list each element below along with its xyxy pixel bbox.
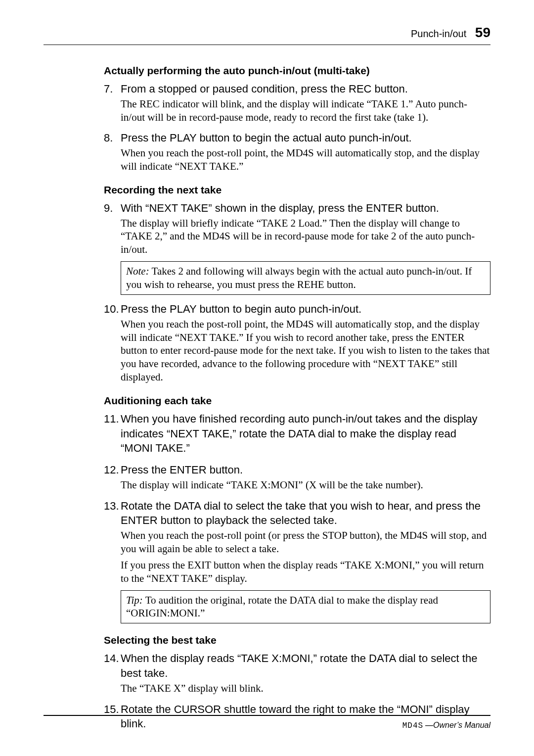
step-8: 8.Press the PLAY button to begin the act…	[104, 131, 490, 173]
tip-box: Tip: To audition the original, rotate th…	[121, 590, 490, 624]
step-head: 8.Press the PLAY button to begin the act…	[121, 131, 490, 145]
step-title: With “NEXT TAKE” shown in the display, p…	[121, 202, 439, 214]
step-head: 7.From a stopped or paused condition, pr…	[121, 82, 490, 96]
step-title: From a stopped or paused condition, pres…	[121, 83, 408, 95]
step-number: 11.	[104, 412, 121, 426]
step-number: 7.	[104, 82, 121, 96]
step-list: 11.When you have finished recording auto…	[104, 412, 490, 623]
step-list: 9.With “NEXT TAKE” shown in the display,…	[104, 201, 490, 384]
step-body-text: The REC indicator will blink, and the di…	[121, 97, 490, 124]
running-header: Punch-in/out 59	[44, 25, 490, 45]
step-12: 12.Press the ENTER button. The display w…	[104, 463, 490, 492]
step-head: 11.When you have finished recording auto…	[121, 412, 490, 456]
step-number: 12.	[104, 463, 121, 477]
step-body-text: If you press the EXIT button when the di…	[121, 559, 490, 585]
step-title: When you have finished recording auto pu…	[121, 413, 478, 454]
step-body: The “TAKE X” display will blink.	[121, 682, 490, 695]
tip-text: To audition the original, rotate the DAT…	[126, 594, 438, 619]
note-box: Note: Takes 2 and following will always …	[121, 261, 490, 295]
step-title: Press the ENTER button.	[121, 464, 243, 476]
tip-label: Tip:	[126, 594, 143, 606]
note-label: Note:	[126, 265, 149, 277]
page-footer: MD4S—Owner’s Manual	[44, 715, 490, 730]
step-body-text: When you reach the post-roll point, the …	[121, 318, 490, 384]
step-body: When you reach the post-roll point, the …	[121, 318, 490, 384]
step-7: 7.From a stopped or paused condition, pr…	[104, 82, 490, 124]
step-body: The display will indicate “TAKE X:MONI” …	[121, 478, 490, 492]
step-body: When you reach the post-roll point (or p…	[121, 529, 490, 585]
section-title: Punch-in/out	[411, 28, 466, 39]
subheading-performing: Actually performing the auto punch-in/ou…	[104, 65, 490, 77]
note-text: Takes 2 and following will always begin …	[126, 265, 472, 290]
step-title: Press the PLAY button to begin auto punc…	[121, 303, 361, 315]
product-logo: MD4S	[402, 721, 423, 730]
subheading-selecting: Selecting the best take	[104, 634, 490, 646]
step-number: 9.	[104, 201, 121, 216]
step-9: 9.With “NEXT TAKE” shown in the display,…	[104, 201, 490, 295]
step-11: 11.When you have finished recording auto…	[104, 412, 490, 456]
page-number: 59	[475, 25, 490, 40]
step-title: When the display reads “TAKE X:MONI,” ro…	[121, 652, 477, 679]
step-title: Rotate the DATA dial to select the take …	[121, 500, 481, 527]
step-head: 14.When the display reads “TAKE X:MONI,”…	[121, 651, 490, 680]
step-13: 13.Rotate the DATA dial to select the ta…	[104, 499, 490, 624]
step-head: 10.Press the PLAY button to begin auto p…	[121, 302, 490, 317]
step-number: 15.	[104, 702, 121, 717]
step-body-text: When you reach the post-roll point, the …	[121, 146, 490, 173]
step-body-text: When you reach the post-roll point (or p…	[121, 529, 490, 556]
subheading-next-take: Recording the next take	[104, 184, 490, 196]
subheading-auditioning: Auditioning each take	[104, 395, 490, 407]
step-body-text: The “TAKE X” display will blink.	[121, 682, 490, 695]
step-body-text: The display will briefly indicate “TAKE …	[121, 217, 490, 257]
step-head: 13.Rotate the DATA dial to select the ta…	[121, 499, 490, 528]
step-10: 10.Press the PLAY button to begin auto p…	[104, 302, 490, 384]
content-area: Actually performing the auto punch-in/ou…	[104, 65, 490, 731]
step-title: Press the PLAY button to begin the actua…	[121, 132, 412, 144]
step-number: 10.	[104, 302, 121, 317]
step-number: 8.	[104, 131, 121, 145]
step-number: 13.	[104, 499, 121, 514]
step-body-text: The display will indicate “TAKE X:MONI” …	[121, 478, 490, 492]
footer-text: —Owner’s Manual	[425, 721, 490, 729]
page: Punch-in/out 59 Actually performing the …	[0, 0, 534, 756]
step-number: 14.	[104, 651, 121, 666]
step-list: 7.From a stopped or paused condition, pr…	[104, 82, 490, 173]
step-14: 14.When the display reads “TAKE X:MONI,”…	[104, 651, 490, 695]
step-body: When you reach the post-roll point, the …	[121, 146, 490, 173]
step-body: The display will briefly indicate “TAKE …	[121, 217, 490, 257]
step-head: 9.With “NEXT TAKE” shown in the display,…	[121, 201, 490, 216]
step-head: 12.Press the ENTER button.	[121, 463, 490, 477]
step-body: The REC indicator will blink, and the di…	[121, 97, 490, 124]
